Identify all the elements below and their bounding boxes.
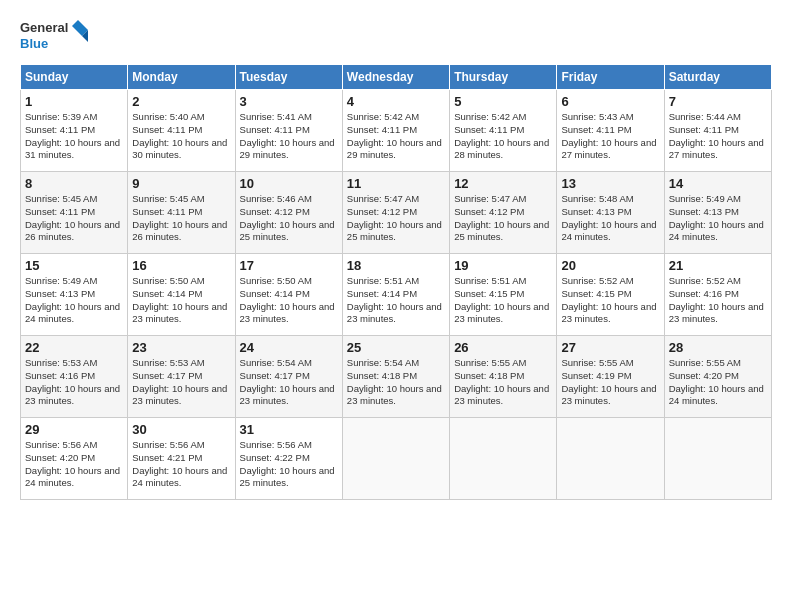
day-number: 6 (561, 94, 659, 109)
day-number: 7 (669, 94, 767, 109)
calendar-header-friday: Friday (557, 65, 664, 90)
day-number: 26 (454, 340, 552, 355)
day-info: Sunrise: 5:52 AMSunset: 4:16 PMDaylight:… (669, 275, 767, 326)
day-number: 18 (347, 258, 445, 273)
day-info: Sunrise: 5:50 AMSunset: 4:14 PMDaylight:… (132, 275, 230, 326)
calendar-cell: 12Sunrise: 5:47 AMSunset: 4:12 PMDayligh… (450, 172, 557, 254)
calendar-header-row: SundayMondayTuesdayWednesdayThursdayFrid… (21, 65, 772, 90)
calendar-cell: 18Sunrise: 5:51 AMSunset: 4:14 PMDayligh… (342, 254, 449, 336)
day-number: 14 (669, 176, 767, 191)
calendar-cell: 27Sunrise: 5:55 AMSunset: 4:19 PMDayligh… (557, 336, 664, 418)
day-info: Sunrise: 5:56 AMSunset: 4:20 PMDaylight:… (25, 439, 123, 490)
calendar-header-sunday: Sunday (21, 65, 128, 90)
svg-text:Blue: Blue (20, 36, 48, 51)
day-info: Sunrise: 5:53 AMSunset: 4:17 PMDaylight:… (132, 357, 230, 408)
logo: General Blue (20, 16, 90, 56)
calendar-cell: 13Sunrise: 5:48 AMSunset: 4:13 PMDayligh… (557, 172, 664, 254)
day-info: Sunrise: 5:47 AMSunset: 4:12 PMDaylight:… (454, 193, 552, 244)
day-number: 29 (25, 422, 123, 437)
calendar-cell: 28Sunrise: 5:55 AMSunset: 4:20 PMDayligh… (664, 336, 771, 418)
day-number: 13 (561, 176, 659, 191)
day-number: 15 (25, 258, 123, 273)
calendar-cell: 2Sunrise: 5:40 AMSunset: 4:11 PMDaylight… (128, 90, 235, 172)
calendar-week-row: 8Sunrise: 5:45 AMSunset: 4:11 PMDaylight… (21, 172, 772, 254)
day-info: Sunrise: 5:39 AMSunset: 4:11 PMDaylight:… (25, 111, 123, 162)
day-number: 9 (132, 176, 230, 191)
day-number: 2 (132, 94, 230, 109)
calendar-cell: 16Sunrise: 5:50 AMSunset: 4:14 PMDayligh… (128, 254, 235, 336)
logo-svg: General Blue (20, 16, 90, 56)
day-info: Sunrise: 5:42 AMSunset: 4:11 PMDaylight:… (454, 111, 552, 162)
page: General Blue SundayMondayTuesdayWednesda… (0, 0, 792, 510)
day-number: 4 (347, 94, 445, 109)
day-info: Sunrise: 5:56 AMSunset: 4:22 PMDaylight:… (240, 439, 338, 490)
svg-text:General: General (20, 20, 68, 35)
day-info: Sunrise: 5:42 AMSunset: 4:11 PMDaylight:… (347, 111, 445, 162)
day-info: Sunrise: 5:55 AMSunset: 4:18 PMDaylight:… (454, 357, 552, 408)
calendar-cell (450, 418, 557, 500)
day-number: 27 (561, 340, 659, 355)
day-number: 20 (561, 258, 659, 273)
day-info: Sunrise: 5:55 AMSunset: 4:20 PMDaylight:… (669, 357, 767, 408)
day-info: Sunrise: 5:49 AMSunset: 4:13 PMDaylight:… (25, 275, 123, 326)
day-number: 12 (454, 176, 552, 191)
day-number: 31 (240, 422, 338, 437)
calendar-header-thursday: Thursday (450, 65, 557, 90)
day-info: Sunrise: 5:51 AMSunset: 4:15 PMDaylight:… (454, 275, 552, 326)
day-info: Sunrise: 5:55 AMSunset: 4:19 PMDaylight:… (561, 357, 659, 408)
calendar-cell: 14Sunrise: 5:49 AMSunset: 4:13 PMDayligh… (664, 172, 771, 254)
calendar-cell: 15Sunrise: 5:49 AMSunset: 4:13 PMDayligh… (21, 254, 128, 336)
calendar-cell: 7Sunrise: 5:44 AMSunset: 4:11 PMDaylight… (664, 90, 771, 172)
day-info: Sunrise: 5:40 AMSunset: 4:11 PMDaylight:… (132, 111, 230, 162)
day-number: 3 (240, 94, 338, 109)
calendar-cell: 17Sunrise: 5:50 AMSunset: 4:14 PMDayligh… (235, 254, 342, 336)
calendar-cell: 31Sunrise: 5:56 AMSunset: 4:22 PMDayligh… (235, 418, 342, 500)
calendar-week-row: 29Sunrise: 5:56 AMSunset: 4:20 PMDayligh… (21, 418, 772, 500)
calendar-cell: 1Sunrise: 5:39 AMSunset: 4:11 PMDaylight… (21, 90, 128, 172)
day-info: Sunrise: 5:51 AMSunset: 4:14 PMDaylight:… (347, 275, 445, 326)
day-number: 5 (454, 94, 552, 109)
day-info: Sunrise: 5:54 AMSunset: 4:17 PMDaylight:… (240, 357, 338, 408)
calendar-cell (557, 418, 664, 500)
day-info: Sunrise: 5:47 AMSunset: 4:12 PMDaylight:… (347, 193, 445, 244)
calendar-week-row: 15Sunrise: 5:49 AMSunset: 4:13 PMDayligh… (21, 254, 772, 336)
calendar-header-wednesday: Wednesday (342, 65, 449, 90)
calendar-cell: 3Sunrise: 5:41 AMSunset: 4:11 PMDaylight… (235, 90, 342, 172)
day-number: 10 (240, 176, 338, 191)
day-number: 1 (25, 94, 123, 109)
calendar-cell: 21Sunrise: 5:52 AMSunset: 4:16 PMDayligh… (664, 254, 771, 336)
calendar-header-tuesday: Tuesday (235, 65, 342, 90)
calendar-cell: 22Sunrise: 5:53 AMSunset: 4:16 PMDayligh… (21, 336, 128, 418)
calendar-cell: 8Sunrise: 5:45 AMSunset: 4:11 PMDaylight… (21, 172, 128, 254)
calendar-header-monday: Monday (128, 65, 235, 90)
day-info: Sunrise: 5:45 AMSunset: 4:11 PMDaylight:… (25, 193, 123, 244)
day-info: Sunrise: 5:48 AMSunset: 4:13 PMDaylight:… (561, 193, 659, 244)
calendar-header-saturday: Saturday (664, 65, 771, 90)
day-number: 30 (132, 422, 230, 437)
day-number: 28 (669, 340, 767, 355)
calendar-cell (342, 418, 449, 500)
day-number: 22 (25, 340, 123, 355)
day-info: Sunrise: 5:45 AMSunset: 4:11 PMDaylight:… (132, 193, 230, 244)
calendar-cell: 6Sunrise: 5:43 AMSunset: 4:11 PMDaylight… (557, 90, 664, 172)
day-number: 11 (347, 176, 445, 191)
calendar-cell: 30Sunrise: 5:56 AMSunset: 4:21 PMDayligh… (128, 418, 235, 500)
day-number: 8 (25, 176, 123, 191)
day-number: 17 (240, 258, 338, 273)
day-info: Sunrise: 5:43 AMSunset: 4:11 PMDaylight:… (561, 111, 659, 162)
header: General Blue (20, 16, 772, 56)
day-number: 24 (240, 340, 338, 355)
calendar-cell (664, 418, 771, 500)
calendar-cell: 19Sunrise: 5:51 AMSunset: 4:15 PMDayligh… (450, 254, 557, 336)
calendar-cell: 29Sunrise: 5:56 AMSunset: 4:20 PMDayligh… (21, 418, 128, 500)
calendar-cell: 5Sunrise: 5:42 AMSunset: 4:11 PMDaylight… (450, 90, 557, 172)
calendar-cell: 20Sunrise: 5:52 AMSunset: 4:15 PMDayligh… (557, 254, 664, 336)
day-number: 16 (132, 258, 230, 273)
day-info: Sunrise: 5:54 AMSunset: 4:18 PMDaylight:… (347, 357, 445, 408)
day-number: 19 (454, 258, 552, 273)
calendar-cell: 23Sunrise: 5:53 AMSunset: 4:17 PMDayligh… (128, 336, 235, 418)
day-info: Sunrise: 5:49 AMSunset: 4:13 PMDaylight:… (669, 193, 767, 244)
calendar-cell: 11Sunrise: 5:47 AMSunset: 4:12 PMDayligh… (342, 172, 449, 254)
calendar-cell: 10Sunrise: 5:46 AMSunset: 4:12 PMDayligh… (235, 172, 342, 254)
calendar-cell: 26Sunrise: 5:55 AMSunset: 4:18 PMDayligh… (450, 336, 557, 418)
